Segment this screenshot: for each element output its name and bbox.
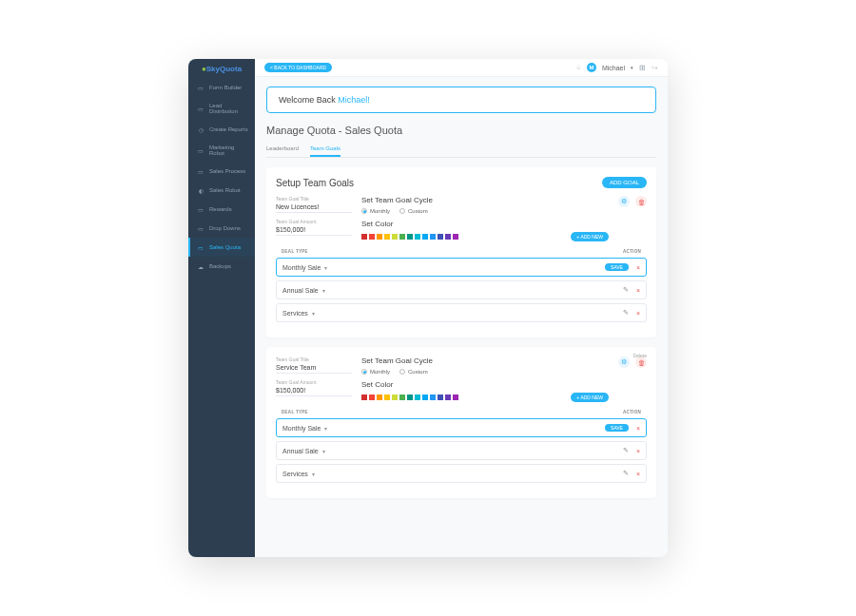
radio-icon	[399, 208, 405, 214]
color-swatch[interactable]	[453, 395, 458, 400]
goal-block: Delete Team Goal Title Service Team Team…	[276, 356, 647, 483]
color-swatch[interactable]	[361, 395, 367, 400]
color-swatch[interactable]	[438, 234, 443, 240]
tab-team-goals[interactable]: Team Goals	[310, 145, 340, 157]
color-swatch[interactable]	[369, 234, 375, 240]
chevron-down-icon: ▾	[312, 310, 315, 317]
sidebar-item-lead-distribution[interactable]: ▭ Lead Distribution	[188, 97, 255, 120]
gear-icon[interactable]: ⚙	[618, 196, 630, 207]
sidebar-item-drop-downs[interactable]: ▭ Drop Downs	[188, 219, 255, 238]
save-button[interactable]: SAVE	[605, 424, 629, 432]
color-swatch[interactable]	[445, 395, 451, 400]
edit-icon[interactable]: ✎	[623, 309, 629, 317]
user-name[interactable]: Michael	[602, 65, 625, 71]
sidebar-item-sales-robot[interactable]: ◐ Sales Robot	[188, 181, 255, 200]
chevron-down-icon[interactable]: ▾	[631, 65, 633, 70]
avatar[interactable]: M	[587, 63, 596, 72]
sidebar-item-rewards[interactable]: ▭ Rewards	[188, 200, 255, 219]
card-title: Setup Team Goals	[276, 178, 354, 188]
deal-table: DEAL TYPE ACTION Monthly Sale▾ SAVE × An…	[276, 410, 647, 483]
add-new-button[interactable]: + ADD NEW	[571, 232, 609, 241]
close-icon[interactable]: ×	[636, 448, 640, 454]
color-swatch[interactable]	[399, 234, 405, 240]
sidebar-item-marketing-robot[interactable]: ▭ Marketing Robot	[188, 139, 255, 162]
sidebar-item-sales-process[interactable]: ▭ Sales Process	[188, 162, 255, 181]
clock-icon: ◷	[197, 125, 204, 133]
close-icon[interactable]: ×	[636, 471, 640, 477]
color-swatch[interactable]	[407, 395, 413, 400]
radio-custom[interactable]: Custom	[399, 369, 428, 375]
deal-row[interactable]: Annual Sale▾ ✎ ×	[276, 441, 647, 460]
brand-logo[interactable]: ●SkyQuota	[188, 59, 255, 78]
topbar-right: ♤ M Michael ▾ ⊞ ↪	[575, 63, 658, 72]
color-swatch[interactable]	[369, 395, 375, 400]
close-icon[interactable]: ×	[636, 264, 640, 271]
color-swatch[interactable]	[377, 234, 382, 240]
edit-icon[interactable]: ✎	[623, 447, 629, 454]
app-frame: ●SkyQuota ▭ Form Builder ▭ Lead Distribu…	[188, 59, 668, 557]
sidebar-item-label: Backups	[209, 263, 231, 269]
color-swatch[interactable]	[453, 234, 458, 240]
color-swatch[interactable]	[430, 234, 436, 240]
apps-icon[interactable]: ⊞	[639, 64, 646, 72]
sidebar-item-form-builder[interactable]: ▭ Form Builder	[188, 78, 255, 97]
close-icon[interactable]: ×	[636, 287, 640, 294]
save-button[interactable]: SAVE	[605, 263, 629, 271]
color-swatch[interactable]	[430, 395, 436, 400]
bell-icon[interactable]: ♤	[575, 64, 581, 71]
trash-icon[interactable]: 🗑	[635, 196, 647, 207]
cycle-title: Set Team Goal Cycle	[361, 196, 609, 204]
color-swatch[interactable]	[384, 395, 390, 400]
color-swatches	[361, 234, 458, 240]
goal-amount-input[interactable]: $150,000!	[276, 226, 352, 236]
goal-title-input[interactable]: Service Team	[276, 364, 352, 374]
lead-icon: ▭	[197, 105, 204, 112]
color-swatch[interactable]	[392, 395, 398, 400]
deal-row[interactable]: Services▾ ✎ ×	[276, 464, 647, 483]
color-swatch[interactable]	[422, 234, 428, 240]
color-swatch[interactable]	[399, 395, 405, 400]
sidebar-item-sales-quota[interactable]: ▭ Sales Quota	[188, 238, 255, 257]
radio-monthly[interactable]: Monthly	[361, 208, 390, 214]
color-title: Set Color	[361, 380, 609, 389]
color-swatch[interactable]	[415, 395, 420, 400]
gear-icon[interactable]: ⚙	[618, 356, 630, 368]
deal-row[interactable]: Monthly Sale▾ SAVE ×	[276, 258, 647, 277]
logout-icon[interactable]: ↪	[652, 64, 658, 72]
sidebar-item-label: Lead Distribution	[209, 103, 248, 114]
color-swatch[interactable]	[407, 234, 413, 240]
color-swatch[interactable]	[392, 234, 398, 240]
back-to-dashboard-button[interactable]: < BACK TO DASHBOARD	[264, 63, 332, 72]
color-swatches	[361, 395, 458, 400]
sidebar-item-label: Rewards	[209, 206, 232, 212]
col-deal-type: DEAL TYPE	[282, 249, 308, 254]
chevron-down-icon: ▾	[324, 425, 327, 432]
color-swatch[interactable]	[384, 234, 390, 240]
deal-row[interactable]: Services▾ ✎ ×	[276, 303, 647, 322]
goal-title-input[interactable]: New Licences!	[276, 203, 352, 213]
edit-icon[interactable]: ✎	[623, 470, 629, 477]
color-swatch[interactable]	[422, 395, 428, 400]
delete-link[interactable]: Delete	[633, 353, 647, 358]
color-swatch[interactable]	[445, 234, 451, 240]
tab-leaderboard[interactable]: Leaderboard	[266, 145, 299, 157]
add-goal-button[interactable]: ADD GOAL	[602, 177, 647, 188]
sidebar-item-create-reports[interactable]: ◷ Create Reports	[188, 120, 255, 139]
content: Welcome Back Michael! Manage Quota - Sal…	[255, 77, 668, 517]
color-swatch[interactable]	[361, 234, 367, 240]
field-label: Team Goal Title	[276, 196, 352, 202]
sidebar-item-label: Form Builder	[209, 85, 242, 90]
close-icon[interactable]: ×	[636, 310, 640, 317]
edit-icon[interactable]: ✎	[623, 286, 629, 294]
color-swatch[interactable]	[377, 395, 382, 400]
color-swatch[interactable]	[415, 234, 420, 240]
goal-amount-input[interactable]: $150,000!	[276, 387, 352, 396]
color-swatch[interactable]	[438, 395, 443, 400]
deal-row[interactable]: Annual Sale▾ ✎ ×	[276, 280, 647, 299]
radio-custom[interactable]: Custom	[399, 208, 428, 214]
add-new-button[interactable]: + ADD NEW	[571, 393, 609, 402]
deal-row[interactable]: Monthly Sale▾ SAVE ×	[276, 418, 647, 437]
sidebar-item-backups[interactable]: ☁ Backups	[188, 257, 255, 276]
radio-monthly[interactable]: Monthly	[361, 369, 390, 375]
close-icon[interactable]: ×	[636, 425, 640, 432]
